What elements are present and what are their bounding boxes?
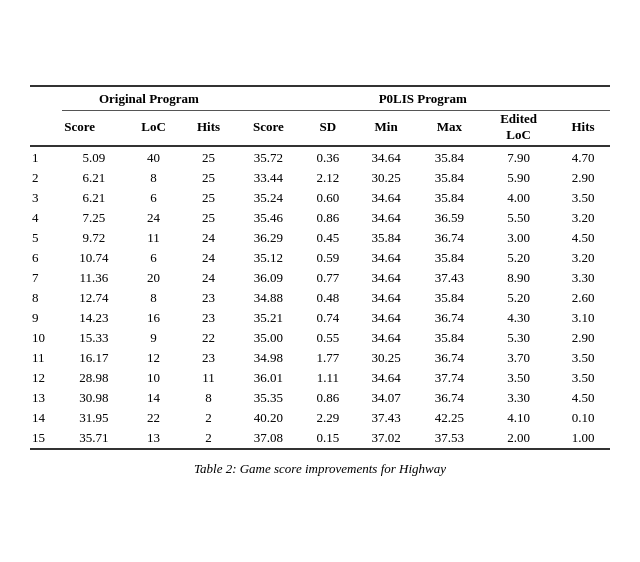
table-cell: 34.88 bbox=[236, 288, 302, 308]
table-cell: 3.70 bbox=[481, 348, 556, 368]
table-cell: 3.20 bbox=[556, 248, 610, 268]
table-cell: 16 bbox=[126, 308, 182, 328]
orig-hits-header: Hits bbox=[182, 111, 236, 146]
table-cell: 40 bbox=[126, 148, 182, 168]
table-cell: 3.00 bbox=[481, 228, 556, 248]
table-cell: 7 bbox=[30, 268, 62, 288]
table-cell: 0.59 bbox=[301, 248, 354, 268]
table-row: 59.72112436.290.4535.8436.743.004.50 bbox=[30, 228, 610, 248]
table-cell: 5.30 bbox=[481, 328, 556, 348]
table-cell: 10 bbox=[126, 368, 182, 388]
table-cell: 4.50 bbox=[556, 388, 610, 408]
table-cell: 4.50 bbox=[556, 228, 610, 248]
table-cell: 25 bbox=[182, 168, 236, 188]
table-cell: 35.35 bbox=[236, 388, 302, 408]
table-cell: 1.77 bbox=[301, 348, 354, 368]
table-cell: 22 bbox=[182, 328, 236, 348]
table-cell: 3.30 bbox=[481, 388, 556, 408]
table-cell: 35.21 bbox=[236, 308, 302, 328]
table-cell: 7.90 bbox=[481, 148, 556, 168]
table-cell: 13 bbox=[30, 388, 62, 408]
table-cell: 8 bbox=[182, 388, 236, 408]
table-cell: 0.55 bbox=[301, 328, 354, 348]
table-cell: 36.09 bbox=[236, 268, 302, 288]
table-cell: 36.29 bbox=[236, 228, 302, 248]
table-cell: 3.10 bbox=[556, 308, 610, 328]
table-cell: 7.25 bbox=[62, 208, 125, 228]
table-row: 812.7482334.880.4834.6435.845.202.60 bbox=[30, 288, 610, 308]
footer-border bbox=[30, 449, 610, 451]
table-cell: 35.71 bbox=[62, 428, 125, 449]
table-cell: 22 bbox=[126, 408, 182, 428]
table-cell: 5.20 bbox=[481, 288, 556, 308]
table-row: 610.7462435.120.5934.6435.845.203.20 bbox=[30, 248, 610, 268]
table-cell: 36.74 bbox=[418, 228, 481, 248]
table-cell: 34.64 bbox=[355, 208, 418, 228]
table-cell: 34.64 bbox=[355, 288, 418, 308]
table-cell: 37.53 bbox=[418, 428, 481, 449]
table-cell: 0.60 bbox=[301, 188, 354, 208]
table-cell: 40.20 bbox=[236, 408, 302, 428]
table-row: 1535.7113237.080.1537.0237.532.001.00 bbox=[30, 428, 610, 449]
polis-edited-loc-header: EditedLoC bbox=[481, 111, 556, 146]
table-cell: 16.17 bbox=[62, 348, 125, 368]
table-caption: Table 2: Game score improvements for Hig… bbox=[30, 461, 610, 477]
table-cell: 12.74 bbox=[62, 288, 125, 308]
table-cell: 11 bbox=[126, 228, 182, 248]
table-row: 1015.3392235.000.5534.6435.845.302.90 bbox=[30, 328, 610, 348]
table-cell: 1.00 bbox=[556, 428, 610, 449]
table-cell: 33.44 bbox=[236, 168, 302, 188]
table-cell: 35.84 bbox=[418, 168, 481, 188]
table-cell: 15 bbox=[30, 428, 62, 449]
orig-loc-header: LoC bbox=[126, 111, 182, 146]
table-cell: 34.64 bbox=[355, 328, 418, 348]
table-cell: 4.00 bbox=[481, 188, 556, 208]
table-cell: 35.84 bbox=[418, 188, 481, 208]
table-cell: 0.77 bbox=[301, 268, 354, 288]
table-container: Original Program P0LIS Program Score LoC… bbox=[30, 85, 610, 476]
table-cell: 8.90 bbox=[481, 268, 556, 288]
table-cell: 12 bbox=[30, 368, 62, 388]
table-cell: 34.64 bbox=[355, 308, 418, 328]
table-cell: 0.74 bbox=[301, 308, 354, 328]
polis-hits-header: Hits bbox=[556, 111, 610, 146]
table-cell: 30.98 bbox=[62, 388, 125, 408]
table-cell: 31.95 bbox=[62, 408, 125, 428]
table-cell: 25 bbox=[182, 148, 236, 168]
table-cell: 36.74 bbox=[418, 348, 481, 368]
table-cell: 1.11 bbox=[301, 368, 354, 388]
table-row: 26.2182533.442.1230.2535.845.902.90 bbox=[30, 168, 610, 188]
table-cell: 35.00 bbox=[236, 328, 302, 348]
table-cell: 6.21 bbox=[62, 168, 125, 188]
table-cell: 8 bbox=[30, 288, 62, 308]
table-cell: 35.84 bbox=[418, 248, 481, 268]
table-cell: 30.25 bbox=[355, 168, 418, 188]
table-row: 36.2162535.240.6034.6435.844.003.50 bbox=[30, 188, 610, 208]
table-row: 914.23162335.210.7434.6436.744.303.10 bbox=[30, 308, 610, 328]
table-cell: 36.01 bbox=[236, 368, 302, 388]
table-cell: 2.60 bbox=[556, 288, 610, 308]
table-cell: 3.50 bbox=[556, 348, 610, 368]
table-row: 1116.17122334.981.7730.2536.743.703.50 bbox=[30, 348, 610, 368]
table-cell: 5 bbox=[30, 228, 62, 248]
table-cell: 14 bbox=[30, 408, 62, 428]
table-row: 1431.9522240.202.2937.4342.254.100.10 bbox=[30, 408, 610, 428]
orig-score-header: Score bbox=[62, 111, 125, 146]
table-cell: 34.64 bbox=[355, 188, 418, 208]
table-cell: 14.23 bbox=[62, 308, 125, 328]
table-cell: 30.25 bbox=[355, 348, 418, 368]
table-cell: 34.64 bbox=[355, 368, 418, 388]
table-cell: 28.98 bbox=[62, 368, 125, 388]
table-cell: 5.90 bbox=[481, 168, 556, 188]
table-cell: 10 bbox=[30, 328, 62, 348]
polis-score-header: Score bbox=[236, 111, 302, 146]
table-cell: 11.36 bbox=[62, 268, 125, 288]
table-cell: 0.48 bbox=[301, 288, 354, 308]
table-cell: 3.50 bbox=[556, 368, 610, 388]
table-row: 15.09402535.720.3634.6435.847.904.70 bbox=[30, 148, 610, 168]
original-program-header: Original Program bbox=[62, 86, 235, 111]
table-cell: 34.64 bbox=[355, 148, 418, 168]
table-footer bbox=[30, 449, 610, 451]
table-cell: 24 bbox=[182, 248, 236, 268]
table-cell: 37.43 bbox=[418, 268, 481, 288]
